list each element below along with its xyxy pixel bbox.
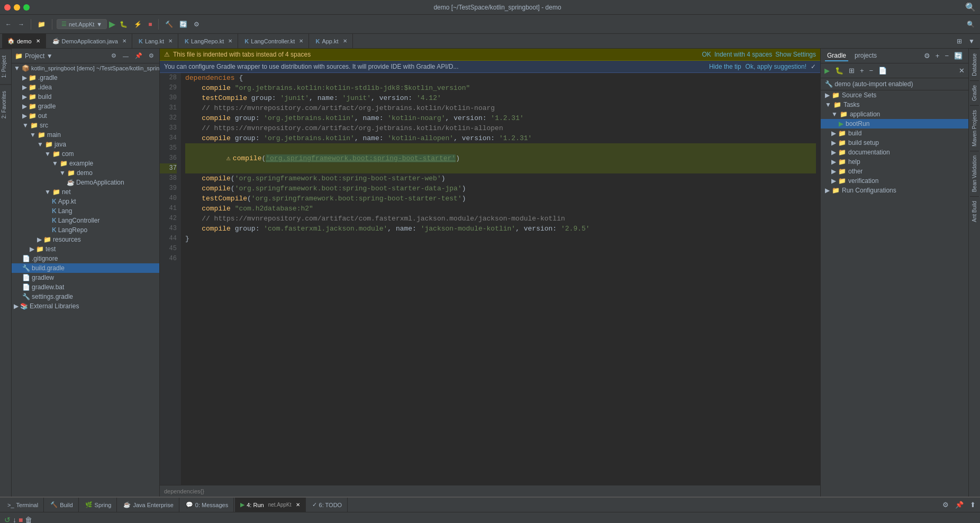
gradle-item-tasks[interactable]: ▼ 📁 Tasks [821,100,968,109]
toolbar-forward[interactable]: → [16,20,26,29]
tab-lang[interactable]: K Lang.kt ✕ [133,34,178,49]
tree-item-gradle-dir[interactable]: ▶ 📁 gradle [12,102,159,111]
tree-item-langcontroller[interactable]: K LangController [12,216,159,225]
tab-demo[interactable]: 🏠 demo ✕ [2,34,46,49]
tab-langrepo[interactable]: K LangRepo.kt ✕ [179,34,238,49]
gradle-tab-projects[interactable]: projects [852,51,879,61]
tab-lang-close[interactable]: ✕ [168,38,173,44]
tab-langcontroller-close[interactable]: ✕ [299,38,303,44]
toolbar-build[interactable]: 🔨 [163,20,175,29]
tree-item-root[interactable]: ▼ 📦 kotlin_springboot [demo] ~/TestSpace… [12,63,159,73]
gradle-add-btn[interactable]: + [934,51,941,61]
sidebar-close[interactable]: — [121,52,131,60]
minimize-dot[interactable] [14,4,20,11]
tab-langrepo-close[interactable]: ✕ [228,38,232,44]
show-settings-link[interactable]: Show Settings [775,51,816,58]
tab-langcontroller[interactable]: K LangController.kt ✕ [239,34,309,49]
tree-item-appkt[interactable]: K App.kt [12,197,159,206]
bottom-tab-run[interactable]: ▶ 4: Run net.AppKt ✕ [235,498,305,512]
run-stop-btn[interactable]: ■ [19,516,23,524]
side-tab-ant[interactable]: Ant Build [970,196,979,226]
side-tab-database[interactable]: Database [970,49,979,80]
tree-item-gradlewbat[interactable]: 📄 gradlew.bat [12,282,159,292]
coverage-button[interactable]: ⚡ [132,20,144,29]
bottom-tab-spring[interactable]: 🌿 Spring [80,498,117,512]
toolbar-back[interactable]: ← [3,20,14,29]
tab-split[interactable]: ⊞ [955,36,964,46]
tree-item-lang[interactable]: K Lang [12,206,159,216]
gradle-close-btn[interactable]: ✕ [957,66,966,76]
tree-item-gradle[interactable]: ▶ 📁 .gradle [12,73,159,82]
bottom-tab-terminal[interactable]: >_ Terminal [2,498,44,512]
bottom-tab-messages[interactable]: 💬 0: Messages [180,498,234,512]
indent-ok-link[interactable]: OK [702,51,711,58]
side-tab-bean[interactable]: Bean Validation [970,151,979,196]
gradle-item-runconfigs[interactable]: ▶ 📁 Run Configurations [821,186,968,195]
tree-item-net[interactable]: ▼ 📁 net [12,187,159,197]
search-icon[interactable]: 🔍 [965,2,976,12]
bottom-tab-build[interactable]: 🔨 Build [45,498,78,512]
tree-item-langrepo[interactable]: K LangRepo [12,225,159,235]
tree-item-demo-folder[interactable]: ▼ 📁 demo [12,168,159,178]
gradle-item-sourcesets[interactable]: ▶ 📁 Source Sets [821,90,968,100]
tab-recent[interactable]: ▼ [966,36,977,46]
gradle-item-build-tasks[interactable]: ▶ 📁 build [821,129,968,138]
gradle-settings-btn[interactable]: ⚙ [922,51,932,61]
gradle-item-bootrun[interactable]: ▶ bootRun [821,119,968,129]
tree-item-settingsgradle[interactable]: 🔧 settings.gradle [12,292,159,301]
toolbar-open[interactable]: 📁 [35,20,48,29]
side-tab-gradle[interactable]: Gradle [970,80,979,105]
tree-item-demoapplication[interactable]: ☕ DemoApplication [12,178,159,187]
tree-item-resources[interactable]: ▶ 📁 resources [12,235,159,244]
bottom-tab-java-enterprise[interactable]: ☕ Java Enterprise [118,498,179,512]
run-restart-btn[interactable]: ↺ [4,516,11,524]
indent-action-link[interactable]: Indent with 4 spaces [714,51,772,58]
tree-item-java[interactable]: ▼ 📁 java [12,140,159,149]
tree-item-idea[interactable]: ▶ 📁 .idea [12,82,159,92]
maximize-dot[interactable] [23,4,30,11]
side-tab-favorites[interactable]: 2: Favorites [0,84,11,125]
apply-suggestion-link[interactable]: Ok, apply suggestion! [746,63,806,70]
run-config-selector[interactable]: ☰ net.AppKt ▼ [57,19,107,29]
tree-item-test[interactable]: ▶ 📁 test [12,244,159,254]
bottom-settings-btn[interactable]: ⚙ [940,500,951,510]
bottom-expand-btn[interactable]: ⬆ [968,500,978,510]
run-tab-close[interactable]: ✕ [296,502,300,508]
gradle-minus-btn[interactable]: − [943,51,950,61]
tree-item-out[interactable]: ▶ 📁 out [12,111,159,121]
sidebar-gear[interactable]: ⚙ [147,51,156,60]
tree-item-external-libraries[interactable]: ▶ 📚 External Libraries [12,301,159,311]
gradle-item-help[interactable]: ▶ 📁 help [821,157,968,167]
toolbar-sync[interactable]: 🔄 [177,20,189,29]
tree-item-gradlew[interactable]: 📄 gradlew [12,273,159,282]
tree-item-example[interactable]: ▼ 📁 example [12,159,159,168]
sidebar-pin[interactable]: 📌 [133,51,144,60]
gradle-expand-btn[interactable]: + [858,66,866,76]
gradle-run-btn[interactable]: ▶ [823,66,831,76]
toolbar-search-everywhere[interactable]: 🔍 [965,20,977,29]
toolbar-settings[interactable]: ⚙ [192,20,202,29]
gradle-collapse-btn[interactable]: − [868,66,875,76]
hide-tip-link[interactable]: Hide the tip [709,63,741,70]
bottom-tab-todo[interactable]: ✓ 6: TODO [307,498,348,512]
gradle-script-btn[interactable]: 📄 [877,66,888,76]
sidebar-settings[interactable]: ⚙ [109,51,119,60]
close-dot[interactable] [4,4,11,11]
tab-demoapplication[interactable]: ☕ DemoApplication.java ✕ [47,34,132,49]
code-content[interactable]: dependencies { compile "org.jetbrains.ko… [181,73,820,485]
tree-item-main[interactable]: ▼ 📁 main [12,130,159,140]
gradle-toggle-btn[interactable]: ⊞ [847,66,856,76]
tab-appkt[interactable]: K App.kt ✕ [310,34,352,49]
notif-close-icon[interactable]: ✓ [811,63,816,70]
tree-item-src[interactable]: ▼ 📁 src [12,121,159,130]
tree-item-build[interactable]: ▶ 📁 build [12,92,159,102]
run-scroll-btn[interactable]: ↓ [13,516,16,524]
side-tab-maven[interactable]: Maven Projects [970,105,979,151]
side-tab-project[interactable]: 1: Project [0,49,11,84]
tree-item-com[interactable]: ▼ 📁 com [12,149,159,159]
run-button[interactable]: ▶ [109,19,115,29]
tree-item-buildgradle[interactable]: 🔧 build.gradle [12,263,159,273]
gradle-item-documentation[interactable]: ▶ 📁 documentation [821,148,968,157]
gradle-item-application[interactable]: ▼ 📁 application [821,109,968,119]
gradle-debug-btn[interactable]: 🐛 [833,66,845,76]
